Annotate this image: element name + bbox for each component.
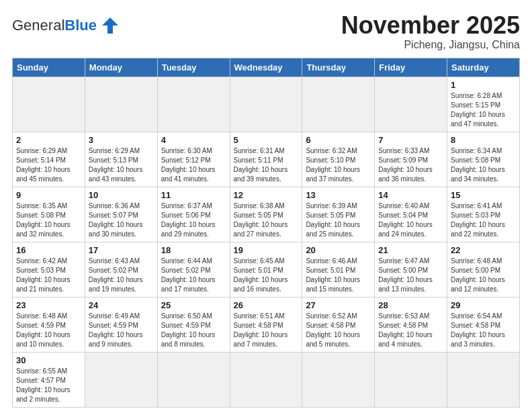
day-info: Sunrise: 6:31 AMSunset: 5:11 PMDaylight:… <box>234 146 299 184</box>
calendar-cell: 21Sunrise: 6:47 AMSunset: 5:00 PMDayligh… <box>375 242 447 297</box>
day-info: Sunrise: 6:29 AMSunset: 5:13 PMDaylight:… <box>89 146 154 184</box>
day-number: 14 <box>378 190 443 200</box>
day-number: 6 <box>306 135 371 145</box>
day-info: Sunrise: 6:36 AMSunset: 5:07 PMDaylight:… <box>89 201 154 239</box>
header: GeneralBlue November 2025 Picheng, Jiang… <box>12 12 520 51</box>
calendar-cell <box>157 77 230 132</box>
calendar-cell: 6Sunrise: 6:32 AMSunset: 5:10 PMDaylight… <box>302 132 375 187</box>
day-info: Sunrise: 6:38 AMSunset: 5:05 PMDaylight:… <box>234 201 299 239</box>
day-info: Sunrise: 6:51 AMSunset: 4:58 PMDaylight:… <box>234 312 299 349</box>
calendar-week-row: 1Sunrise: 6:28 AMSunset: 5:15 PMDaylight… <box>13 77 520 132</box>
day-number: 1 <box>451 80 516 90</box>
day-number: 9 <box>16 190 81 200</box>
calendar-cell: 19Sunrise: 6:45 AMSunset: 5:01 PMDayligh… <box>230 242 302 297</box>
calendar-cell <box>375 77 447 132</box>
day-number: 7 <box>378 135 443 145</box>
title-block: November 2025 Picheng, Jiangsu, China <box>341 12 520 51</box>
day-info: Sunrise: 6:48 AMSunset: 5:00 PMDaylight:… <box>451 257 516 294</box>
col-header-saturday: Saturday <box>447 58 520 77</box>
calendar-cell: 16Sunrise: 6:42 AMSunset: 5:03 PMDayligh… <box>13 242 85 297</box>
day-number: 30 <box>16 355 81 365</box>
day-info: Sunrise: 6:40 AMSunset: 5:04 PMDaylight:… <box>378 201 443 239</box>
col-header-friday: Friday <box>375 58 447 77</box>
calendar-cell <box>230 77 302 132</box>
day-info: Sunrise: 6:37 AMSunset: 5:06 PMDaylight:… <box>161 201 226 239</box>
day-number: 11 <box>161 190 226 200</box>
day-number: 28 <box>378 300 443 310</box>
day-number: 22 <box>451 245 516 255</box>
day-info: Sunrise: 6:34 AMSunset: 5:08 PMDaylight:… <box>451 146 516 184</box>
col-header-thursday: Thursday <box>302 58 375 77</box>
day-info: Sunrise: 6:47 AMSunset: 5:00 PMDaylight:… <box>378 257 443 294</box>
col-header-sunday: Sunday <box>13 58 85 77</box>
calendar-cell <box>375 352 447 407</box>
day-info: Sunrise: 6:45 AMSunset: 5:01 PMDaylight:… <box>234 257 299 294</box>
day-info: Sunrise: 6:28 AMSunset: 5:15 PMDaylight:… <box>451 91 516 129</box>
calendar: SundayMondayTuesdayWednesdayThursdayFrid… <box>12 58 520 408</box>
col-header-tuesday: Tuesday <box>157 58 230 77</box>
calendar-cell: 27Sunrise: 6:52 AMSunset: 4:58 PMDayligh… <box>302 297 375 352</box>
day-number: 25 <box>161 300 226 310</box>
calendar-cell: 17Sunrise: 6:43 AMSunset: 5:02 PMDayligh… <box>85 242 157 297</box>
day-info: Sunrise: 6:42 AMSunset: 5:03 PMDaylight:… <box>16 257 81 294</box>
day-number: 20 <box>306 245 371 255</box>
day-info: Sunrise: 6:30 AMSunset: 5:12 PMDaylight:… <box>161 146 226 184</box>
calendar-week-row: 16Sunrise: 6:42 AMSunset: 5:03 PMDayligh… <box>13 242 520 297</box>
day-number: 23 <box>16 300 81 310</box>
day-info: Sunrise: 6:41 AMSunset: 5:03 PMDaylight:… <box>451 201 516 239</box>
calendar-cell <box>302 77 375 132</box>
col-header-wednesday: Wednesday <box>230 58 302 77</box>
calendar-cell: 7Sunrise: 6:33 AMSunset: 5:09 PMDaylight… <box>375 132 447 187</box>
calendar-cell: 14Sunrise: 6:40 AMSunset: 5:04 PMDayligh… <box>375 187 447 242</box>
calendar-cell <box>85 352 157 407</box>
day-number: 17 <box>89 245 154 255</box>
calendar-cell: 4Sunrise: 6:30 AMSunset: 5:12 PMDaylight… <box>157 132 230 187</box>
logo-text: GeneralBlue <box>12 17 97 34</box>
calendar-cell: 26Sunrise: 6:51 AMSunset: 4:58 PMDayligh… <box>230 297 302 352</box>
day-info: Sunrise: 6:50 AMSunset: 4:59 PMDaylight:… <box>161 312 226 349</box>
day-info: Sunrise: 6:52 AMSunset: 4:58 PMDaylight:… <box>306 312 371 349</box>
calendar-cell: 18Sunrise: 6:44 AMSunset: 5:02 PMDayligh… <box>157 242 230 297</box>
day-info: Sunrise: 6:49 AMSunset: 4:59 PMDaylight:… <box>89 312 154 349</box>
calendar-cell <box>13 77 85 132</box>
day-number: 16 <box>16 245 81 255</box>
day-number: 5 <box>234 135 299 145</box>
calendar-cell: 30Sunrise: 6:55 AMSunset: 4:57 PMDayligh… <box>13 352 85 407</box>
day-number: 10 <box>89 190 154 200</box>
calendar-week-row: 30Sunrise: 6:55 AMSunset: 4:57 PMDayligh… <box>13 352 520 407</box>
day-number: 3 <box>89 135 154 145</box>
day-number: 12 <box>234 190 299 200</box>
day-info: Sunrise: 6:29 AMSunset: 5:14 PMDaylight:… <box>16 146 81 184</box>
calendar-cell: 25Sunrise: 6:50 AMSunset: 4:59 PMDayligh… <box>157 297 230 352</box>
day-number: 8 <box>451 135 516 145</box>
day-number: 15 <box>451 190 516 200</box>
calendar-cell: 23Sunrise: 6:48 AMSunset: 4:59 PMDayligh… <box>13 297 85 352</box>
logo: GeneralBlue <box>12 12 121 36</box>
day-number: 19 <box>234 245 299 255</box>
day-info: Sunrise: 6:35 AMSunset: 5:08 PMDaylight:… <box>16 201 81 239</box>
calendar-cell: 29Sunrise: 6:54 AMSunset: 4:58 PMDayligh… <box>447 297 520 352</box>
svg-marker-0 <box>102 17 118 34</box>
day-number: 2 <box>16 135 81 145</box>
calendar-cell: 20Sunrise: 6:46 AMSunset: 5:01 PMDayligh… <box>302 242 375 297</box>
calendar-cell: 10Sunrise: 6:36 AMSunset: 5:07 PMDayligh… <box>85 187 157 242</box>
logo-blue: Blue <box>64 17 97 34</box>
calendar-cell: 3Sunrise: 6:29 AMSunset: 5:13 PMDaylight… <box>85 132 157 187</box>
calendar-cell: 9Sunrise: 6:35 AMSunset: 5:08 PMDaylight… <box>13 187 85 242</box>
calendar-week-row: 23Sunrise: 6:48 AMSunset: 4:59 PMDayligh… <box>13 297 520 352</box>
calendar-header-row: SundayMondayTuesdayWednesdayThursdayFrid… <box>13 58 520 77</box>
calendar-cell: 12Sunrise: 6:38 AMSunset: 5:05 PMDayligh… <box>230 187 302 242</box>
col-header-monday: Monday <box>85 58 157 77</box>
calendar-cell: 1Sunrise: 6:28 AMSunset: 5:15 PMDaylight… <box>447 77 520 132</box>
day-number: 26 <box>234 300 299 310</box>
calendar-cell <box>157 352 230 407</box>
calendar-cell: 13Sunrise: 6:39 AMSunset: 5:05 PMDayligh… <box>302 187 375 242</box>
day-info: Sunrise: 6:46 AMSunset: 5:01 PMDaylight:… <box>306 257 371 294</box>
day-info: Sunrise: 6:33 AMSunset: 5:09 PMDaylight:… <box>378 146 443 184</box>
calendar-cell: 15Sunrise: 6:41 AMSunset: 5:03 PMDayligh… <box>447 187 520 242</box>
day-info: Sunrise: 6:55 AMSunset: 4:57 PMDaylight:… <box>16 367 81 404</box>
logo-general: General <box>12 17 64 34</box>
day-info: Sunrise: 6:44 AMSunset: 5:02 PMDaylight:… <box>161 257 226 294</box>
day-info: Sunrise: 6:32 AMSunset: 5:10 PMDaylight:… <box>306 146 371 184</box>
subtitle: Picheng, Jiangsu, China <box>341 39 520 51</box>
